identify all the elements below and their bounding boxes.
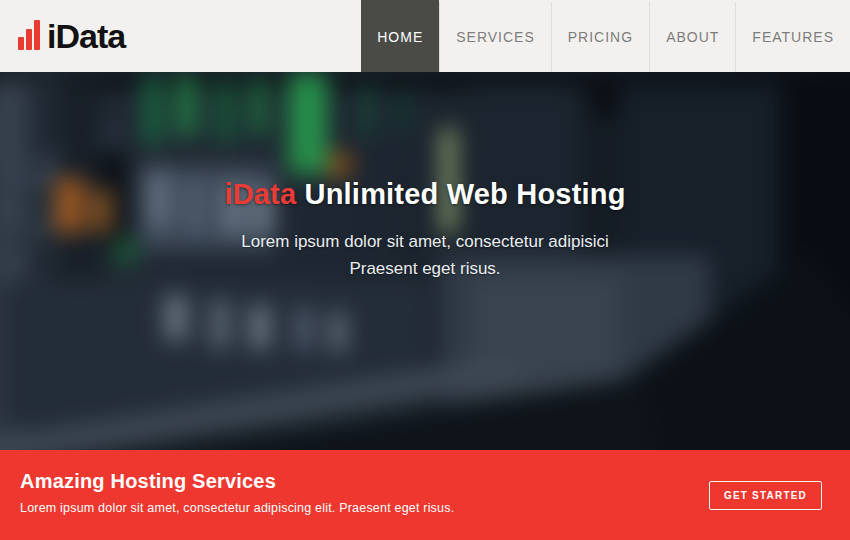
cta-bar: Amazing Hosting Services Lorem ipsum dol… bbox=[0, 450, 850, 540]
hero-subtitle: Lorem ipsum dolor sit amet, consectetur … bbox=[0, 228, 850, 282]
bar-chart-icon-bar bbox=[34, 20, 40, 50]
brand-logo[interactable]: iData bbox=[0, 0, 125, 72]
bar-chart-icon-bar bbox=[26, 29, 32, 50]
hero-title-accent: iData bbox=[224, 178, 296, 210]
main-nav: HOME SERVICES PRICING ABOUT FEATURES bbox=[361, 0, 850, 72]
hero-section: iData Unlimited Web Hosting Lorem ipsum … bbox=[0, 72, 850, 450]
bar-chart-icon-bar bbox=[18, 37, 24, 50]
nav-item-about[interactable]: ABOUT bbox=[649, 2, 735, 72]
site-header: iData HOME SERVICES PRICING ABOUT FEATUR… bbox=[0, 0, 850, 72]
hero-subtitle-line2: Praesent eget risus. bbox=[0, 255, 850, 282]
nav-item-pricing[interactable]: PRICING bbox=[551, 2, 649, 72]
hero-content: iData Unlimited Web Hosting Lorem ipsum … bbox=[0, 178, 850, 282]
nav-item-services[interactable]: SERVICES bbox=[439, 2, 551, 72]
get-started-button[interactable]: GET STARTED bbox=[709, 481, 822, 510]
nav-item-home[interactable]: HOME bbox=[361, 0, 439, 72]
cta-heading: Amazing Hosting Services bbox=[20, 470, 276, 493]
nav-item-features[interactable]: FEATURES bbox=[735, 2, 850, 72]
brand-name: iData bbox=[47, 17, 125, 56]
cta-text: Lorem ipsum dolor sit amet, consectetur … bbox=[20, 501, 454, 515]
hero-subtitle-line1: Lorem ipsum dolor sit amet, consectetur … bbox=[0, 228, 850, 255]
hero-title-rest: Unlimited Web Hosting bbox=[296, 178, 625, 210]
bar-chart-icon bbox=[18, 17, 40, 55]
hero-title: iData Unlimited Web Hosting bbox=[0, 178, 850, 211]
